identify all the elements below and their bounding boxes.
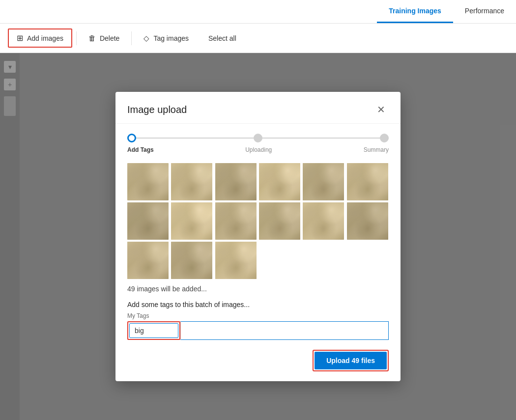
step-3-circle (380, 134, 389, 142)
tab-training-images[interactable]: Training Images (377, 0, 453, 23)
image-upload-dialog: Image upload ✕ Add Tags Uploading Summar… (115, 92, 401, 381)
upload-button-container: Upload 49 files (313, 350, 389, 371)
toolbar-divider-2 (131, 31, 132, 45)
tab-performance[interactable]: Performance (453, 0, 516, 23)
delete-label: Delete (100, 34, 119, 42)
modal-overlay: Image upload ✕ Add Tags Uploading Summar… (0, 53, 516, 420)
image-thumb-2 (171, 163, 212, 200)
step-3-label: Summary (364, 146, 389, 153)
my-tags-label: My Tags (127, 312, 389, 319)
image-thumb-13 (127, 242, 169, 279)
image-thumb-11 (303, 202, 344, 240)
dialog-title: Image upload (127, 104, 187, 115)
tags-section: Add some tags to this batch of images...… (115, 293, 401, 344)
image-thumb-5 (303, 163, 344, 200)
step-2-circle (254, 134, 262, 142)
select-all-button[interactable]: Select all (201, 30, 244, 46)
close-dialog-button[interactable]: ✕ (373, 102, 389, 117)
tag-images-label: Tag images (153, 34, 189, 42)
dialog-footer: Upload 49 files (115, 344, 401, 381)
delete-button[interactable]: 🗑 Delete (81, 30, 127, 46)
image-thumb-8 (171, 202, 212, 240)
image-count-text: 49 images will be added... (115, 281, 401, 293)
image-thumb-12 (347, 202, 388, 240)
step-1-circle (127, 134, 136, 142)
tag-input-container (127, 321, 389, 340)
select-all-label: Select all (208, 34, 236, 42)
add-images-icon: ⊞ (17, 33, 23, 43)
upload-files-button[interactable]: Upload 49 files (315, 352, 387, 369)
training-images-tab-label: Training Images (389, 7, 441, 15)
image-thumb-1 (127, 163, 169, 200)
add-images-label: Add images (27, 34, 63, 42)
image-thumb-15 (215, 242, 257, 279)
tag-images-button[interactable]: ◇ Tag images (136, 30, 197, 47)
dialog-header: Image upload ✕ (115, 92, 401, 124)
image-grid (127, 163, 389, 279)
close-icon: ✕ (377, 104, 385, 115)
add-images-button[interactable]: ⊞ Add images (8, 28, 72, 48)
tags-prompt: Add some tags to this batch of images... (127, 301, 389, 308)
top-navigation: Training Images Performance (0, 0, 516, 24)
step-2-label: Uploading (245, 146, 272, 153)
tag-input-field[interactable] (129, 323, 178, 338)
delete-icon: 🗑 (88, 34, 96, 42)
tag-icon: ◇ (143, 34, 149, 43)
tag-input-highlighted-border (127, 321, 180, 340)
image-thumb-4 (259, 163, 300, 200)
tag-input-wide-field[interactable] (180, 321, 389, 340)
toolbar: ⊞ Add images 🗑 Delete ◇ Tag images Selec… (0, 24, 516, 53)
stepper-labels: Add Tags Uploading Summary (127, 146, 389, 153)
upload-button-label: Upload 49 files (326, 357, 375, 364)
stepper-track (127, 134, 389, 142)
image-thumb-7 (127, 202, 169, 240)
step-1-label: Add Tags (127, 146, 154, 153)
toolbar-divider-1 (76, 31, 77, 45)
image-thumb-14 (171, 242, 212, 279)
performance-tab-label: Performance (465, 7, 504, 15)
image-thumb-9 (215, 202, 257, 240)
image-thumb-6 (347, 163, 388, 200)
image-grid-container (115, 159, 401, 281)
image-thumb-3 (215, 163, 257, 200)
stepper-circles (127, 134, 389, 142)
image-thumb-10 (259, 202, 300, 240)
progress-stepper: Add Tags Uploading Summary (115, 124, 401, 159)
